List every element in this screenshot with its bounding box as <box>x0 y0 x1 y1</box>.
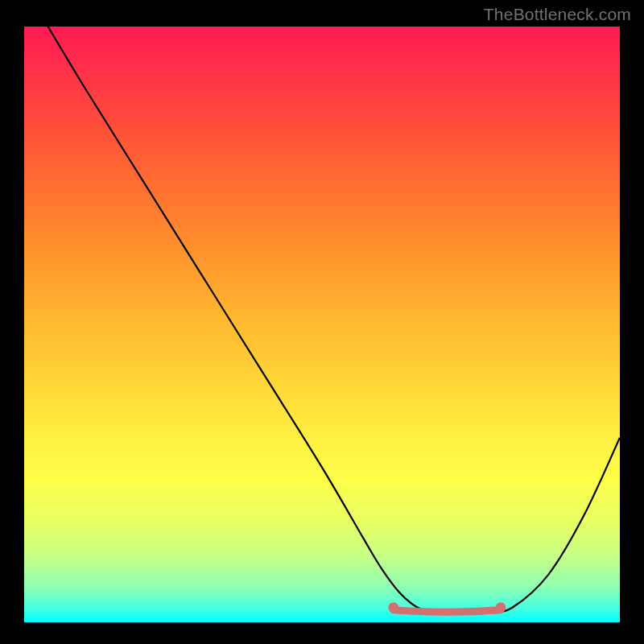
plateau-dot-left <box>388 602 398 613</box>
plateau-highlight <box>394 610 501 613</box>
bottleneck-curve <box>48 27 620 614</box>
curve-svg <box>24 27 620 622</box>
plot-area <box>24 27 620 622</box>
chart-frame: TheBottleneck.com <box>0 0 644 644</box>
plateau-dot-right <box>496 602 506 613</box>
watermark-text: TheBottleneck.com <box>484 5 631 24</box>
